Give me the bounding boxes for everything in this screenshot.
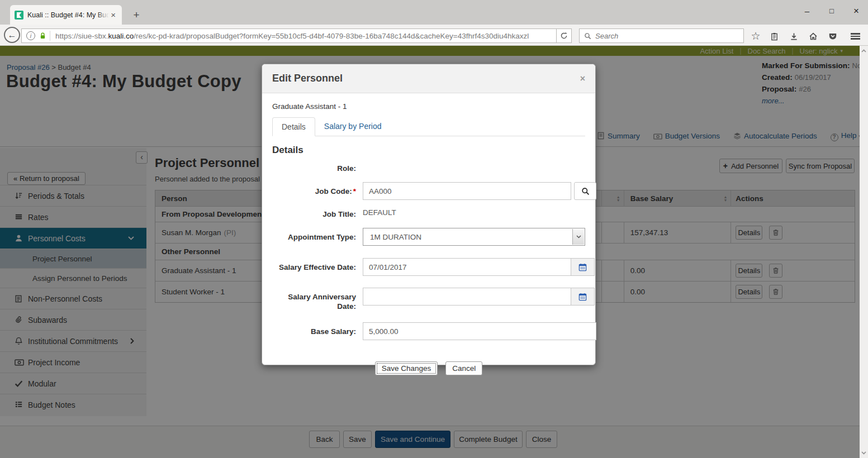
required-indicator: * (353, 187, 356, 195)
tab-close-icon[interactable]: × (109, 10, 117, 20)
tab-title: Kuali :: Budget #4: My Budge (27, 11, 109, 19)
clipboard-icon[interactable] (767, 30, 781, 43)
modal-subject: Graduate Assistant - 1 (272, 102, 585, 111)
url-divider (50, 31, 50, 41)
salary-effective-date-input[interactable] (363, 258, 571, 276)
tab-salary-by-period[interactable]: Salary by Period (315, 117, 391, 136)
job-code-label: Job Code:* (272, 182, 356, 200)
salary-anniversary-date-input[interactable] (363, 288, 571, 306)
url-bar[interactable]: i https://siue-sbx.kuali.co/res/kc-pd-kr… (21, 28, 557, 43)
url-text: https://siue-sbx.kuali.co/res/kc-pd-krad… (55, 32, 529, 40)
save-changes-button[interactable]: Save Changes (375, 361, 438, 375)
cancel-button[interactable]: Cancel (445, 361, 482, 375)
browser-tab[interactable]: Kuali :: Budget #4: My Budge × (10, 5, 122, 25)
scroll-up-icon[interactable] (861, 48, 867, 54)
salary-effective-date-label: Salary Effective Date: (272, 258, 356, 276)
modal-close-icon[interactable]: × (580, 74, 585, 84)
maximize-button[interactable]: □ (823, 3, 841, 19)
appointment-type-label: Appointment Type: (272, 228, 356, 246)
tab-details[interactable]: Details (272, 117, 315, 136)
download-icon[interactable] (787, 30, 800, 43)
base-salary-label: Base Salary: (272, 322, 356, 340)
kuali-favicon (15, 11, 23, 20)
select-arrow-icon (572, 229, 584, 245)
search-bar[interactable] (579, 28, 744, 43)
lock-icon[interactable] (39, 32, 46, 40)
back-nav-button[interactable]: ← (4, 27, 20, 43)
pocket-icon[interactable] (826, 30, 839, 43)
calendar-icon[interactable] (571, 288, 595, 306)
details-section-title: Details (272, 145, 585, 156)
home-icon[interactable] (807, 30, 820, 43)
info-icon[interactable]: i (26, 31, 35, 40)
base-salary-input[interactable] (363, 322, 596, 340)
bookmark-star-icon[interactable]: ☆ (749, 30, 762, 43)
calendar-icon[interactable] (571, 258, 595, 276)
salary-anniversary-date-label: Salary Anniversary Date: (272, 288, 356, 311)
menu-icon[interactable] (848, 30, 862, 43)
browser-titlebar: Kuali :: Budget #4: My Budge × + – □ × (0, 0, 868, 25)
job-code-input[interactable] (363, 182, 571, 200)
page-scrollbar[interactable] (860, 46, 868, 458)
screen: Action List | Doc Search | User: nglick … (0, 0, 868, 458)
role-label: Role: (272, 164, 356, 173)
scroll-down-icon[interactable] (861, 450, 867, 456)
minimize-button[interactable]: – (798, 3, 816, 19)
job-title-label: Job Title: (272, 207, 356, 219)
search-input[interactable] (595, 32, 739, 40)
reload-button[interactable] (557, 28, 572, 43)
modal-tabs: Details Salary by Period (272, 117, 585, 136)
search-icon (584, 32, 591, 40)
appointment-type-select[interactable]: 1M DURATION (363, 228, 585, 246)
modal-header: Edit Personnel × (262, 64, 595, 93)
job-code-search-button[interactable] (574, 182, 596, 200)
modal-title: Edit Personnel (272, 73, 580, 84)
new-tab-button[interactable]: + (130, 9, 143, 21)
job-title-value: DEFAULT (363, 207, 396, 219)
window-close-button[interactable]: × (847, 3, 865, 19)
edit-personnel-modal: Edit Personnel × Graduate Assistant - 1 … (262, 64, 596, 365)
